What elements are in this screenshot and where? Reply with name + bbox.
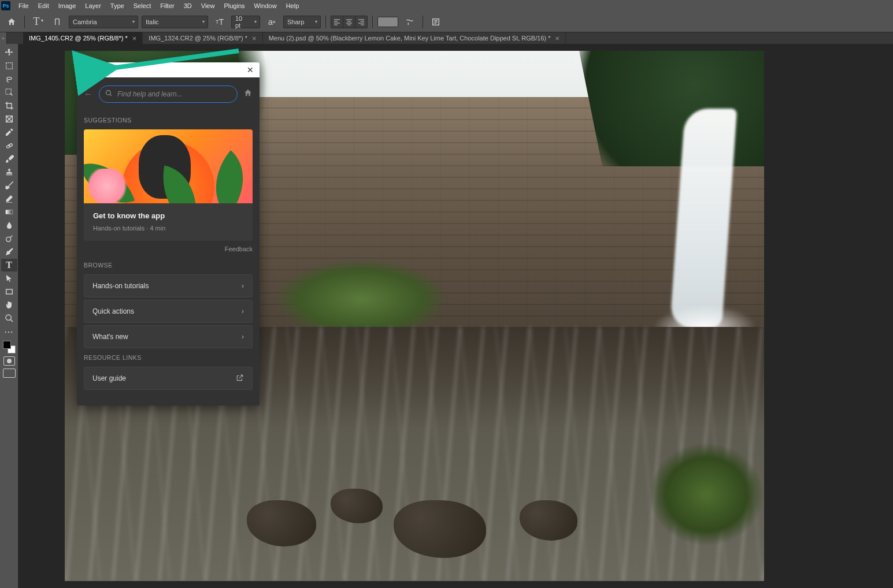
crop-tool[interactable] (1, 99, 17, 112)
quick-mask-toggle[interactable] (3, 356, 15, 366)
menu-file[interactable]: File (14, 1, 34, 10)
rectangle-tool[interactable] (1, 285, 17, 298)
tools-panel: T ⋯ (0, 44, 18, 588)
text-color-swatch[interactable] (377, 17, 398, 27)
svg-point-10 (106, 91, 111, 95)
svg-point-5 (6, 187, 8, 189)
discover-body[interactable]: SUGGESTIONS Get to know the app Hands-on… (77, 111, 260, 405)
home-button[interactable] (3, 14, 20, 30)
menu-window[interactable]: Window (250, 1, 281, 10)
separator (423, 16, 423, 28)
suggestions-label: SUGGESTIONS (84, 117, 253, 124)
menu-image[interactable]: Image (54, 1, 81, 10)
history-brush-tool[interactable] (1, 179, 17, 192)
svg-rect-6 (6, 210, 13, 214)
text-orientation-toggle[interactable] (49, 14, 65, 30)
tab-label: Menu (2).psd @ 50% (Blackberry Lemon Cak… (269, 35, 551, 42)
align-right-button[interactable] (355, 16, 367, 28)
dodge-tool[interactable] (1, 232, 17, 245)
path-selection-tool[interactable] (1, 272, 17, 285)
resource-links-label: RESOURCE LINKS (84, 354, 253, 361)
document-tab-bar: IMG_1405.CR2 @ 25% (RGB/8*) * × IMG_1324… (7, 32, 893, 44)
search-input-wrapper[interactable] (99, 85, 238, 103)
menu-plugins[interactable]: Plugins (219, 1, 249, 10)
object-selection-tool[interactable] (1, 86, 17, 99)
chevron-right-icon: › (242, 307, 244, 315)
close-tab-icon[interactable]: × (252, 34, 257, 43)
rectangular-marquee-tool[interactable] (1, 59, 17, 72)
discover-search-row: ← (77, 77, 260, 111)
document-tab[interactable]: IMG_1324.CR2 @ 25% (RGB/8*) * × (143, 32, 262, 44)
document-tab[interactable]: IMG_1405.CR2 @ 25% (RGB/8*) * × (23, 32, 143, 44)
antialias-dropdown[interactable]: Sharp (283, 16, 321, 28)
align-center-button[interactable] (343, 16, 355, 28)
blur-tool[interactable] (1, 219, 17, 232)
svg-point-9 (6, 315, 11, 320)
edit-toolbar-button[interactable]: ⋯ (1, 325, 17, 338)
eraser-tool[interactable] (1, 192, 17, 205)
browse-quick-actions[interactable]: Quick actions › (84, 300, 253, 323)
menu-help[interactable]: Help (281, 1, 304, 10)
eyedropper-tool[interactable] (1, 126, 17, 139)
back-icon[interactable]: ← (84, 89, 93, 99)
svg-point-7 (6, 237, 10, 241)
font-size-value: 10 pt (235, 15, 249, 29)
font-size-dropdown[interactable]: 10 pt (231, 16, 260, 28)
tab-label: IMG_1324.CR2 @ 25% (RGB/8*) * (149, 35, 247, 42)
discover-title: Discover (83, 66, 110, 74)
gradient-tool[interactable] (1, 206, 17, 218)
suggestion-card[interactable]: Get to know the app Hands-on tutorials ·… (84, 129, 253, 241)
browse-item-label: Quick actions (92, 307, 134, 315)
browse-hands-on-tutorials[interactable]: Hands-on tutorials › (84, 274, 253, 297)
foreground-background-colors[interactable] (3, 341, 16, 353)
close-icon[interactable]: ✕ (247, 65, 254, 75)
menu-select[interactable]: Select (129, 1, 156, 10)
menu-type[interactable]: Type (106, 1, 129, 10)
close-tab-icon[interactable]: × (132, 34, 137, 43)
font-size-icon: TT (212, 14, 228, 30)
separator (325, 16, 326, 28)
close-tab-icon[interactable]: × (555, 34, 560, 43)
suggestion-title: Get to know the app (93, 211, 243, 220)
resource-item-label: User guide (92, 374, 126, 382)
type-tool[interactable]: T (1, 259, 17, 271)
menu-filter[interactable]: Filter (155, 1, 179, 10)
clone-stamp-tool[interactable] (1, 166, 17, 178)
browse-item-label: What's new (92, 333, 128, 341)
warp-text-button[interactable] (402, 14, 418, 30)
move-tool[interactable] (1, 46, 17, 59)
separator (372, 16, 373, 28)
browse-whats-new[interactable]: What's new › (84, 325, 253, 348)
frame-tool[interactable] (1, 113, 17, 125)
feedback-link[interactable]: Feedback (84, 245, 253, 252)
suggestion-thumbnail (84, 129, 253, 203)
suggestion-subtitle: Hands-on tutorials · 4 min (93, 225, 243, 232)
align-left-button[interactable] (331, 16, 343, 28)
spot-healing-tool[interactable] (1, 139, 17, 152)
home-icon[interactable] (243, 88, 253, 100)
menu-3d[interactable]: 3D (179, 1, 197, 10)
search-input[interactable] (117, 90, 231, 98)
browse-item-label: Hands-on tutorials (92, 282, 149, 290)
font-style-dropdown[interactable]: Italic (142, 16, 208, 28)
lasso-tool[interactable] (1, 73, 17, 85)
font-family-dropdown[interactable]: Cambria (69, 16, 138, 28)
character-panel-button[interactable] (428, 14, 444, 30)
svg-rect-8 (6, 289, 12, 294)
zoom-tool[interactable] (1, 312, 17, 325)
current-tool-indicator[interactable]: T▾ (29, 14, 46, 30)
app-icon: Ps (1, 1, 10, 10)
hand-tool[interactable] (1, 299, 17, 311)
search-icon (105, 89, 113, 99)
screen-mode-button[interactable] (3, 369, 16, 378)
brush-tool[interactable] (1, 152, 17, 165)
pen-tool[interactable] (1, 245, 17, 258)
menu-view[interactable]: View (197, 1, 220, 10)
menu-edit[interactable]: Edit (34, 1, 54, 10)
menu-layer[interactable]: Layer (80, 1, 106, 10)
font-family-value: Cambria (73, 18, 97, 25)
resource-user-guide[interactable]: User guide (84, 367, 253, 390)
expand-panels-button[interactable]: » (0, 32, 7, 44)
document-tab[interactable]: Menu (2).psd @ 50% (Blackberry Lemon Cak… (263, 32, 566, 44)
discover-panel: Discover ✕ ← SUGGESTIONS Get to know the… (77, 62, 260, 405)
